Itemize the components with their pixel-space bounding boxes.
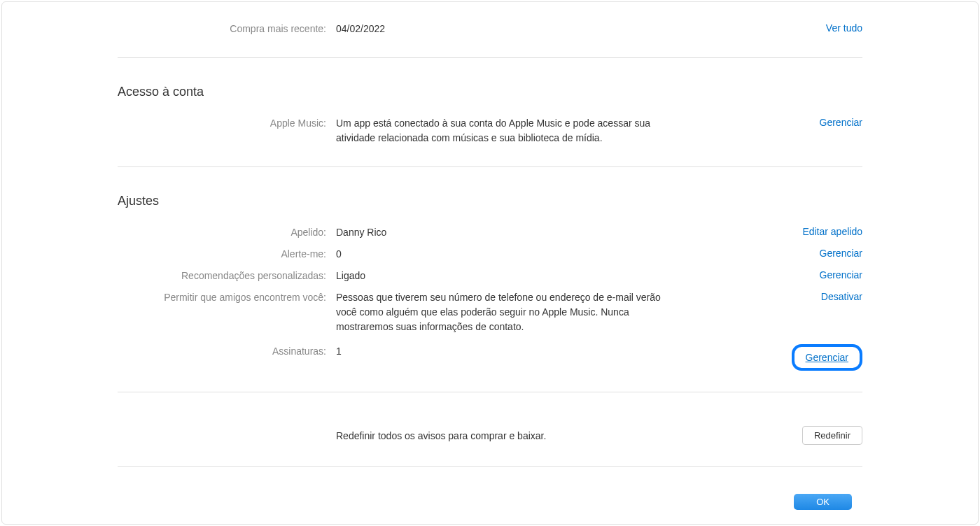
view-all-link[interactable]: Ver tudo xyxy=(826,22,862,34)
nickname-value: Danny Rico xyxy=(336,225,672,240)
nickname-label: Apelido: xyxy=(118,225,336,240)
allow-friends-disable-link[interactable]: Desativar xyxy=(821,291,862,302)
content-wrapper: Compra mais recente: 04/02/2022 Ver tudo… xyxy=(2,2,978,467)
recommendations-manage-link[interactable]: Gerenciar xyxy=(820,269,862,280)
reset-row: Redefinir todos os avisos para comprar e… xyxy=(118,426,862,445)
apple-music-row: Apple Music: Um app está conectado à sua… xyxy=(118,116,862,145)
subscriptions-value: 1 xyxy=(336,344,672,359)
allow-friends-description: Pessoas que tiverem seu número de telefo… xyxy=(336,290,672,334)
edit-nickname-link[interactable]: Editar apelido xyxy=(802,226,862,237)
apple-music-description: Um app está conectado à sua conta do App… xyxy=(336,116,672,145)
subscriptions-label: Assinaturas: xyxy=(118,344,336,359)
alert-me-row: Alerte-me: 0 Gerenciar xyxy=(118,247,862,262)
recommendations-value: Ligado xyxy=(336,269,672,283)
recent-purchase-row: Compra mais recente: 04/02/2022 Ver tudo xyxy=(118,22,862,36)
alert-me-label: Alerte-me: xyxy=(118,247,336,262)
recent-purchase-value: 04/02/2022 xyxy=(336,22,672,36)
alert-me-manage-link[interactable]: Gerenciar xyxy=(820,248,862,259)
apple-music-manage-link[interactable]: Gerenciar xyxy=(820,117,862,128)
allow-friends-label: Permitir que amigos encontrem você: xyxy=(118,290,336,305)
recommendations-label: Recomendações personalizadas: xyxy=(118,269,336,283)
divider xyxy=(118,392,862,392)
subscriptions-row: Assinaturas: 1 Gerenciar xyxy=(118,344,862,371)
ok-button[interactable]: OK xyxy=(794,494,852,510)
alert-me-value: 0 xyxy=(336,247,672,262)
settings-title: Ajustes xyxy=(118,194,862,208)
subscriptions-manage-link[interactable]: Gerenciar xyxy=(806,352,848,363)
apple-music-label: Apple Music: xyxy=(118,116,336,131)
divider xyxy=(118,57,862,58)
reset-text: Redefinir todos os avisos para comprar e… xyxy=(336,430,802,441)
divider xyxy=(118,466,862,467)
reset-button[interactable]: Redefinir xyxy=(802,426,862,445)
subscriptions-highlight: Gerenciar xyxy=(792,344,862,371)
recent-purchase-label: Compra mais recente: xyxy=(118,22,336,36)
nickname-row: Apelido: Danny Rico Editar apelido xyxy=(118,225,862,240)
account-access-title: Acesso à conta xyxy=(118,85,862,99)
recommendations-row: Recomendações personalizadas: Ligado Ger… xyxy=(118,269,862,283)
divider xyxy=(118,166,862,167)
footer: OK xyxy=(794,494,852,510)
settings-window: Compra mais recente: 04/02/2022 Ver tudo… xyxy=(1,1,979,525)
allow-friends-row: Permitir que amigos encontrem você: Pess… xyxy=(118,290,862,334)
